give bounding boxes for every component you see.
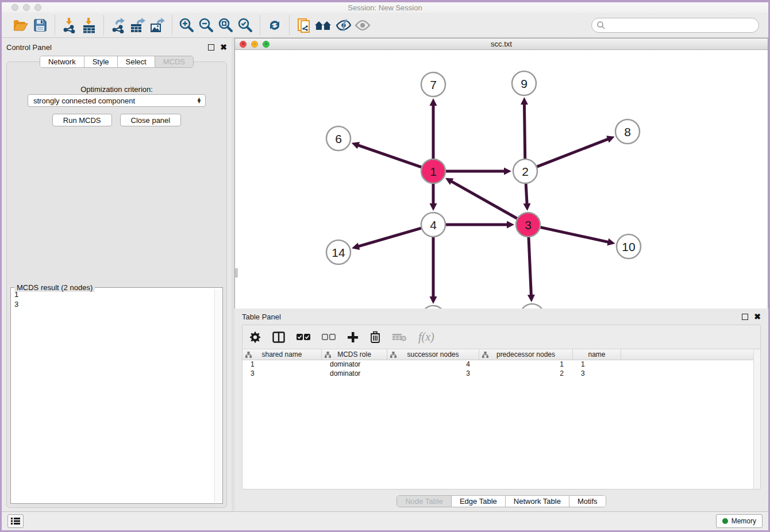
select-all-icon[interactable] — [297, 330, 310, 345]
task-history-button[interactable] — [7, 514, 24, 528]
zoom-selected-icon[interactable] — [236, 16, 255, 34]
mcds-panel: Optimization criterion: strongly connect… — [6, 61, 227, 508]
node-table-container: f(x) shared nameMCDS rolesuccessor nodes… — [242, 325, 761, 489]
float-panel-icon[interactable] — [208, 44, 214, 51]
zoom-out-icon[interactable] — [197, 16, 216, 34]
table-row[interactable]: 1dominator411 — [242, 360, 753, 369]
cell-predecessor-nodes[interactable]: 1 — [479, 360, 573, 369]
show-all-eye-icon[interactable] — [353, 16, 372, 34]
cell-MCDS-role[interactable]: dominator — [322, 369, 387, 379]
node-label-14: 14 — [332, 246, 345, 259]
toolbar-separator — [103, 16, 104, 35]
close-panel-icon[interactable]: ✖ — [220, 44, 227, 51]
clone-network-icon[interactable] — [294, 16, 314, 34]
settings-gear-icon[interactable] — [249, 330, 261, 345]
network-graph[interactable]: 1234678910111415 — [235, 50, 768, 342]
network-view-window: ✕ − + scc.txt 1234678910111415 — [234, 38, 768, 343]
control-panel-header: Control Panel ✖ — [6, 41, 227, 53]
tab-node-table[interactable]: Node Table — [397, 496, 452, 507]
node-label-3: 3 — [525, 218, 532, 232]
table-scrollbar[interactable] — [753, 349, 760, 489]
column-header-name[interactable]: name — [573, 349, 621, 360]
control-panel: Control Panel ✖ NetworkStyleSelectMCDS O… — [2, 38, 232, 511]
toolbar-separator — [289, 16, 290, 35]
edge-arrowhead — [528, 295, 535, 302]
export-network-icon[interactable] — [109, 16, 128, 34]
edge-arrowhead — [430, 296, 437, 304]
tab-select[interactable]: Select — [118, 56, 155, 67]
edge-arrowhead — [504, 168, 511, 175]
zoom-fit-icon[interactable] — [216, 16, 236, 34]
mcds-result-values: 1 3 — [14, 290, 213, 502]
optimization-criterion-select[interactable]: strongly connected component ▲▼ — [28, 94, 206, 107]
first-neighbors-icon[interactable] — [314, 16, 333, 34]
tab-style[interactable]: Style — [84, 56, 118, 67]
close-table-panel-icon[interactable]: ✖ — [754, 314, 761, 320]
edge-4-14[interactable] — [358, 228, 421, 246]
table-panel-tabs: Node TableEdge TableNetwork TableMotifs — [396, 495, 606, 507]
edge-arrowhead — [507, 221, 514, 229]
float-table-panel-icon[interactable] — [742, 314, 748, 320]
cell-successor-nodes[interactable]: 4 — [387, 360, 479, 369]
edge-2-9[interactable] — [524, 103, 525, 159]
column-header-successor-nodes[interactable]: successor nodes — [387, 349, 479, 360]
refresh-layout-icon[interactable] — [265, 16, 284, 34]
zoom-in-icon[interactable] — [177, 16, 197, 34]
edge-3-10[interactable] — [540, 228, 609, 242]
close-panel-button[interactable]: Close panel — [120, 114, 182, 126]
column-header-predecessor-nodes[interactable]: predecessor nodes — [479, 349, 573, 360]
tab-motifs[interactable]: Motifs — [569, 496, 606, 507]
deselect-all-icon[interactable] — [322, 330, 336, 345]
node-label-9: 9 — [521, 77, 528, 90]
tab-network[interactable]: Network — [40, 56, 84, 67]
cell-name[interactable]: 1 — [573, 360, 621, 369]
network-canvas[interactable]: 1234678910111415 — [235, 50, 768, 342]
tab-network-table[interactable]: Network Table — [506, 496, 569, 507]
cell-predecessor-nodes[interactable]: 2 — [479, 369, 573, 379]
hide-selected-eye-icon[interactable] — [333, 16, 353, 34]
table-panel-header: Table Panel ✖ — [242, 311, 761, 322]
edge-1-6[interactable] — [357, 145, 421, 167]
search-input[interactable] — [606, 20, 759, 31]
table-panel: Table Panel ✖ — [234, 309, 768, 511]
dropdown-stepper-icon: ▲▼ — [197, 98, 202, 103]
table-row[interactable]: 3dominator323 — [242, 369, 753, 379]
node-label-8: 8 — [624, 125, 631, 138]
toolbar-separator — [55, 16, 55, 35]
cell-MCDS-role[interactable]: dominator — [322, 360, 387, 369]
import-table-icon[interactable] — [79, 16, 99, 34]
cell-shared-name[interactable]: 1 — [242, 360, 322, 369]
delete-column-icon[interactable] — [370, 330, 380, 345]
show-columns-icon[interactable] — [272, 330, 285, 345]
open-folder-icon[interactable] — [11, 16, 30, 34]
run-mcds-button[interactable]: Run MCDS — [52, 114, 112, 126]
edge-3-1[interactable] — [451, 181, 517, 218]
edge-arrowhead — [352, 242, 360, 249]
column-header-MCDS-role[interactable]: MCDS role — [322, 349, 387, 360]
canvas-vscroll-thumb[interactable] — [235, 268, 238, 277]
cell-successor-nodes[interactable]: 3 — [387, 369, 479, 379]
edge-arrowhead — [523, 203, 531, 211]
column-header-shared-name[interactable]: shared name — [242, 349, 322, 360]
cell-name[interactable]: 3 — [573, 369, 621, 379]
export-image-icon[interactable] — [148, 16, 167, 34]
table-header-row: shared nameMCDS rolesuccessor nodesprede… — [242, 349, 753, 360]
edge-3-11[interactable] — [529, 237, 531, 296]
tab-edge-table[interactable]: Edge Table — [452, 496, 506, 507]
export-table-icon[interactable] — [128, 16, 148, 34]
memory-button[interactable]: Memory — [716, 514, 763, 528]
add-column-icon[interactable] — [347, 330, 359, 345]
import-network-icon[interactable] — [60, 16, 79, 34]
edge-2-8[interactable] — [537, 139, 609, 167]
selected-criterion: strongly connected component — [33, 97, 135, 105]
save-session-icon[interactable] — [30, 16, 50, 34]
application-window: Session: New Session — [0, 0, 770, 532]
node-label-1: 1 — [430, 165, 437, 178]
edge-2-3[interactable] — [526, 184, 527, 205]
node-label-2: 2 — [522, 165, 529, 178]
memory-status-icon — [722, 518, 728, 524]
cell-shared-name[interactable]: 3 — [242, 369, 322, 379]
tab-mcds[interactable]: MCDS — [155, 56, 193, 67]
optimization-criterion-label: Optimization criterion: — [7, 85, 226, 94]
result-scrollbar[interactable] — [214, 289, 221, 502]
